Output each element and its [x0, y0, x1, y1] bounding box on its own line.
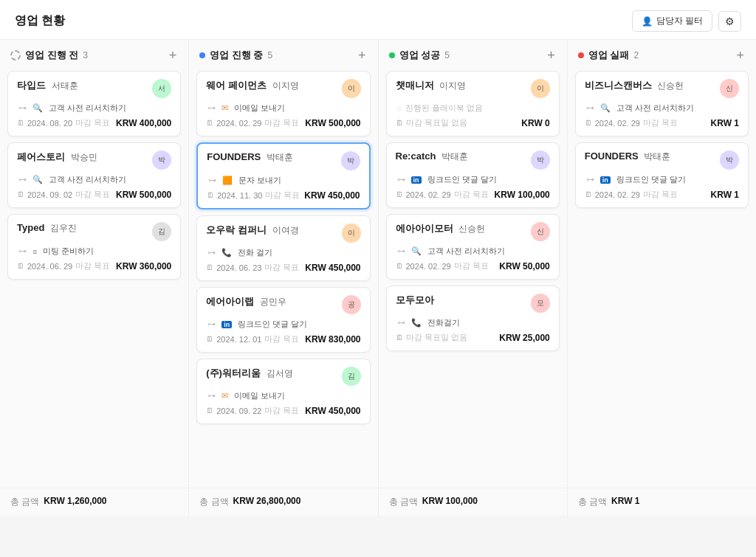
column-title-group: 영업 진행 전 3 — [10, 49, 88, 62]
card-date-row: 🗓 2024. 02. 29 마감 목표 KRW 1 — [585, 189, 739, 200]
card[interactable]: 비즈니스캔버스 신승헌 신 ⊶ 🔍 고객 사전 리서치하기 🗓 2024. 02… — [575, 71, 749, 136]
card-date-row: 🗓 2024. 12. 01 마감 목표 KRW 830,000 — [206, 333, 360, 345]
column-cards: 웨어 페이먼츠 이지영 이 ⊶ ✉ 이메일 보내기 🗓 2024. 02. 29… — [189, 68, 377, 488]
card[interactable]: 페어스토리 박승민 박 ⊶ 🔍 고객 사전 리서치하기 🗓 2024. 09. … — [7, 142, 181, 208]
card-top: 에어아이랩 공민우 공 — [206, 295, 360, 314]
card[interactable]: Re:catch 박태훈 박 ⊶ in 링크드인 댓글 달기 🗓 2024. 0… — [386, 142, 560, 208]
pipe-icon: ⊶ — [208, 176, 216, 185]
card-task: ⊶ 🔍 고객 사전 리서치하기 — [17, 103, 171, 114]
footer-amount: KRW 26,800,000 — [233, 496, 301, 508]
card[interactable]: (주)워터리움 김서영 김 ⊶ ✉ 이메일 보내기 🗓 2024. 09. 22… — [196, 359, 370, 424]
calendar-icon: 🗓 — [206, 406, 213, 415]
date-label: 마감 목표 — [264, 333, 299, 345]
card-top: 오우락 컴퍼니 이여경 이 — [206, 224, 360, 243]
date-value: 2024. 09. 22 — [216, 406, 261, 415]
calendar-icon: 🗓 — [396, 333, 403, 342]
card[interactable]: Typed 김우진 김 ⊶ ≡ 미팅 준비하기 🗓 2024. 06. 29 마… — [7, 214, 181, 280]
card-person: 박태훈 — [441, 151, 468, 162]
card[interactable]: 오우락 컴퍼니 이여경 이 ⊶ 📞 전화 걸기 🗓 2024. 06. 23 마… — [196, 215, 370, 281]
card[interactable]: 타입드 서태훈 서 ⊶ 🔍 고객 사전 리서치하기 🗓 2024. 08. 20… — [7, 71, 181, 136]
avatar: 김 — [342, 367, 361, 386]
column-cards: 비즈니스캔버스 신승헌 신 ⊶ 🔍 고객 사전 리서치하기 🗓 2024. 02… — [568, 68, 756, 488]
calendar-icon: 🗓 — [206, 263, 213, 271]
pipe-icon: ⊶ — [18, 103, 27, 113]
card-person: 이지영 — [272, 80, 299, 91]
add-card-button[interactable]: + — [735, 49, 746, 62]
card-person: 신승헌 — [657, 80, 684, 91]
add-card-button[interactable]: + — [546, 49, 557, 62]
task-label: 고객 사전 리서치하기 — [49, 103, 126, 114]
settings-button[interactable]: ⚙ — [718, 11, 741, 32]
card-date: 🗓 2024. 02. 29 마감 목표 — [585, 189, 678, 200]
task-label: 전화걸기 — [427, 317, 460, 328]
card[interactable]: 챗매니저 이지영 이 ○ 진행된 플레이북 없음 🗓 마감 목표일 없음 KRW… — [386, 71, 560, 136]
pipe-icon: ⊶ — [586, 103, 594, 113]
card-date-row: 🗓 2024. 02. 29 마감 목표 KRW 100,000 — [396, 189, 550, 200]
pipe-icon: ⊶ — [397, 175, 405, 184]
footer-amount: KRW 1 — [611, 496, 639, 508]
card-title-group: 타입드 서태훈 — [17, 79, 78, 92]
date-value: 2024. 08. 20 — [27, 119, 72, 128]
card[interactable]: FOUNDERS 박태훈 박 ⊶ 🟧 문자 보내기 🗓 2024. 11. 30… — [196, 142, 370, 210]
card[interactable]: 에어아이랩 공민우 공 ⊶ in 링크드인 댓글 달기 🗓 2024. 12. … — [196, 287, 370, 353]
card[interactable]: FOUNDERS 박태훈 박 ⊶ in 링크드인 댓글 달기 🗓 2024. 0… — [575, 142, 749, 208]
card[interactable]: 모두모아 모 ⊶ 📞 전화걸기 🗓 마감 목표일 없음 KRW 25,000 — [386, 286, 560, 351]
card-title-group: FOUNDERS 박태훈 — [585, 151, 671, 163]
column-title-group: 영업 진행 중 5 — [199, 49, 272, 62]
card-company: 비즈니스캔버스 — [585, 80, 652, 91]
card[interactable]: 웨어 페이먼츠 이지영 이 ⊶ ✉ 이메일 보내기 🗓 2024. 02. 29… — [196, 71, 370, 136]
card-amount: KRW 450,000 — [305, 263, 360, 273]
date-value: 2024. 02. 29 — [216, 119, 261, 128]
card-date: 🗓 2024. 02. 29 마감 목표 — [585, 117, 678, 128]
card-date-row: 🗓 2024. 02. 29 마감 목표 KRW 500,000 — [206, 117, 360, 128]
card-top: 페어스토리 박승민 박 — [17, 151, 171, 170]
column-count: 2 — [633, 50, 639, 60]
add-card-button[interactable]: + — [168, 49, 179, 62]
date-label: 마감 목표 — [454, 260, 489, 271]
column-cards: 챗매니저 이지영 이 ○ 진행된 플레이북 없음 🗓 마감 목표일 없음 KRW… — [379, 68, 567, 488]
card-top: Re:catch 박태훈 박 — [396, 151, 550, 170]
card-top: (주)워터리움 김서영 김 — [206, 367, 360, 386]
card-top: 모두모아 모 — [396, 294, 550, 313]
date-value: 2024. 11. 30 — [217, 191, 262, 200]
date-label: 마감 목표일 없음 — [406, 117, 467, 128]
card-amount: KRW 1 — [711, 118, 739, 128]
card-date-row: 🗓 마감 목표일 없음 KRW 25,000 — [396, 332, 550, 343]
card-task: ⊶ 🔍 고객 사전 리서치하기 — [585, 103, 739, 114]
card-date: 🗓 2024. 09. 02 마감 목표 — [17, 189, 110, 200]
calendar-icon: 🗓 — [17, 119, 24, 127]
column-col1: 영업 진행 전 3 + 타입드 서태훈 서 ⊶ 🔍 고객 사전 리서치하기 🗓 — [0, 40, 189, 516]
date-label: 마감 목표 — [264, 405, 299, 416]
footer-label: 총 금액 — [10, 496, 39, 508]
filter-button[interactable]: 👤 담당자 필터 — [632, 10, 712, 32]
add-card-button[interactable]: + — [357, 49, 368, 62]
card-amount: KRW 500,000 — [305, 118, 360, 128]
date-value: 2024. 02. 29 — [595, 190, 640, 199]
task-label: 미팅 준비하기 — [43, 246, 94, 257]
task-label: 링크드인 댓글 달기 — [427, 174, 497, 185]
date-label: 마감 목표 — [265, 190, 300, 201]
column-footer: 총 금액 KRW 1 — [568, 488, 756, 516]
calendar-icon: 🗓 — [17, 190, 24, 198]
avatar: 박 — [720, 151, 739, 170]
card-title-group: 챗매니저 이지영 — [396, 79, 467, 92]
date-value: 2024. 02. 29 — [406, 262, 451, 271]
avatar: 공 — [342, 295, 361, 314]
status-dot — [10, 50, 21, 60]
card-task: ⊶ 🔍 고객 사전 리서치하기 — [17, 174, 171, 185]
card-amount: KRW 50,000 — [499, 261, 549, 271]
date-value: 2024. 02. 29 — [595, 119, 640, 128]
card-date-row: 🗓 2024. 06. 23 마감 목표 KRW 450,000 — [206, 262, 360, 273]
card[interactable]: 에아아이모터 신승헌 신 ⊶ 🔍 고객 사전 리서치하기 🗓 2024. 02.… — [386, 214, 560, 280]
calendar-icon: 🗓 — [585, 119, 592, 127]
card-top: 웨어 페이먼츠 이지영 이 — [206, 79, 360, 98]
card-top: 챗매니저 이지영 이 — [396, 79, 550, 98]
card-amount: KRW 0 — [521, 118, 549, 128]
card-date-row: 🗓 2024. 06. 29 마감 목표 KRW 360,000 — [17, 260, 171, 271]
card-company: 에아아이모터 — [396, 223, 453, 234]
avatar: 이 — [342, 224, 361, 243]
card-date: 🗓 마감 목표일 없음 — [396, 332, 467, 343]
calendar-icon: 🗓 — [396, 262, 403, 270]
date-label: 마감 목표 — [75, 260, 110, 271]
header-actions: 👤 담당자 필터 ⚙ — [632, 10, 741, 32]
